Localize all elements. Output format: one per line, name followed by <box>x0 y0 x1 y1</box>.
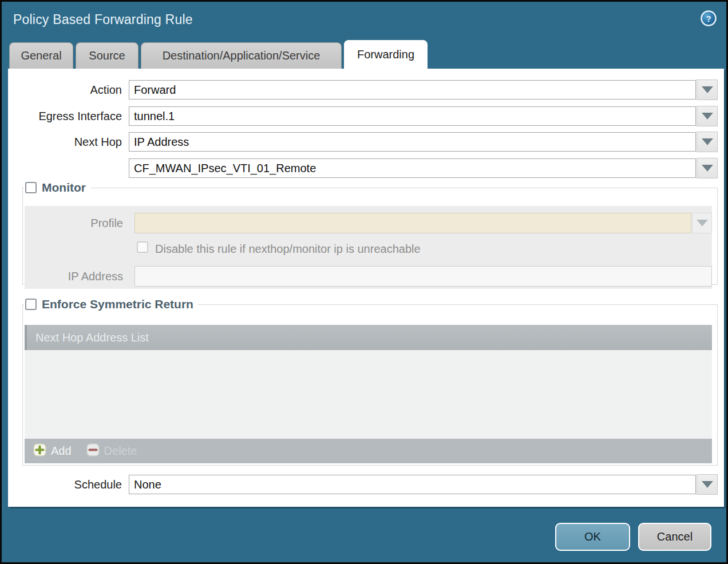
monitor-ip-address-input <box>134 266 712 287</box>
tab-source[interactable]: Source <box>76 42 139 69</box>
delete-minus-icon <box>86 443 100 459</box>
monitor-checkbox[interactable] <box>25 182 37 193</box>
add-button[interactable]: Add <box>33 443 72 459</box>
action-input[interactable] <box>129 80 696 100</box>
add-plus-icon <box>33 443 46 459</box>
delete-button-label: Delete <box>104 444 137 458</box>
monitor-disabled-group: Profile Disable this rule if nexthop/mon… <box>25 206 712 289</box>
egress-interface-label: Egress Interface <box>8 106 122 126</box>
monitor-ip-address-label: IP Address <box>25 266 123 287</box>
egress-interface-input[interactable] <box>129 106 696 126</box>
enforce-symmetric-return-legend: Enforce Symmetric Return <box>42 297 193 311</box>
tab-destination-application-service[interactable]: Destination/Application/Service <box>141 42 342 69</box>
next-hop-address-dropdown-icon[interactable] <box>697 158 718 178</box>
delete-button: Delete <box>86 443 137 459</box>
dialog-title: Policy Based Forwarding Rule <box>13 12 193 27</box>
monitor-section: Monitor Profile Disable this rule if nex… <box>22 181 718 285</box>
cancel-button[interactable]: Cancel <box>638 523 711 551</box>
profile-dropdown-icon <box>692 213 712 233</box>
table-footer: Add Delete <box>25 439 712 463</box>
tab-label: Source <box>89 49 125 62</box>
next-hop-dropdown-icon[interactable] <box>697 132 718 152</box>
next-hop-address-input[interactable] <box>129 158 696 178</box>
egress-interface-dropdown-icon[interactable] <box>697 106 718 126</box>
next-hop-type-input[interactable] <box>129 132 696 152</box>
table-body-empty[interactable] <box>25 350 712 439</box>
enforce-symmetric-return-section: Enforce Symmetric Return Next Hop Addres… <box>22 297 718 466</box>
tab-label: Destination/Application/Service <box>163 49 321 62</box>
tab-label: Forwarding <box>357 48 414 61</box>
action-dropdown-icon[interactable] <box>697 80 718 100</box>
table-header-label: Next Hop Address List <box>35 331 149 344</box>
tab-forwarding[interactable]: Forwarding <box>344 40 428 69</box>
monitor-legend: Monitor <box>42 181 86 194</box>
ok-button[interactable]: OK <box>555 523 630 551</box>
next-hop-label: Next Hop <box>8 132 122 152</box>
profile-label: Profile <box>25 213 123 233</box>
tab-general[interactable]: General <box>9 42 73 69</box>
action-label: Action <box>8 80 122 100</box>
add-button-label: Add <box>51 444 72 458</box>
tab-bar: General Source Destination/Application/S… <box>9 40 428 69</box>
schedule-dropdown-icon[interactable] <box>697 474 718 495</box>
disable-rule-checkbox <box>137 241 148 253</box>
help-icon[interactable]: ? <box>701 10 717 26</box>
table-header: Next Hop Address List <box>25 325 712 350</box>
schedule-input[interactable] <box>129 475 696 494</box>
forwarding-tab-panel: Action Egress Interface Next Hop Monitor <box>8 69 724 507</box>
disable-rule-label: Disable this rule if nexthop/monitor ip … <box>155 243 421 256</box>
tab-label: General <box>21 49 61 62</box>
next-hop-address-table: Next Hop Address List Add <box>25 325 712 463</box>
profile-input <box>134 213 691 233</box>
svg-text:?: ? <box>706 14 711 23</box>
schedule-label: Schedule <box>8 475 122 494</box>
enforce-symmetric-return-checkbox[interactable] <box>25 299 37 310</box>
pbf-rule-dialog: Policy Based Forwarding Rule ? General S… <box>0 0 728 564</box>
